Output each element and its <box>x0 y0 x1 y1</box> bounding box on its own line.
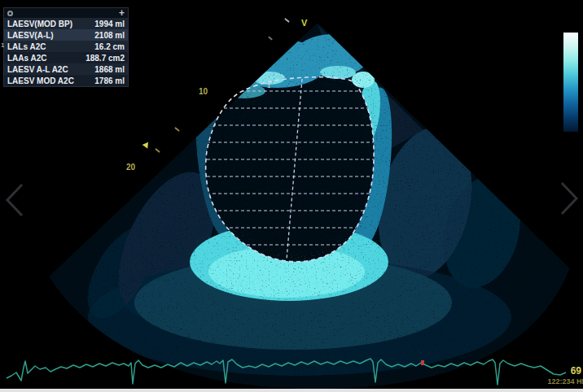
measurement-label: LAAs A2C <box>7 54 47 63</box>
heart-rate-detail: 122:234 HR <box>547 377 583 385</box>
orientation-v-marker: V <box>301 18 307 28</box>
heart-rate-value: 69 <box>571 365 581 377</box>
depth-marker-20: 20 <box>126 163 135 172</box>
measurement-row[interactable]: LAESV A-L A2C 1868 ml <box>4 63 128 75</box>
measurement-label: LAESV(MOD BP) <box>7 20 72 28</box>
measurement-row[interactable]: LAESV(MOD BP) 1994 ml <box>4 18 128 29</box>
collapse-panel-icon[interactable] <box>7 11 13 16</box>
ecg-cine-marker[interactable] <box>421 360 424 365</box>
ultrasound-screen: + LAESV(MOD BP) 1994 ml LAESV(A-L) 2108 … <box>0 0 583 392</box>
measurement-value: 1786 ml <box>94 76 125 85</box>
measurement-row[interactable]: LAESV MOD A2C 1786 ml <box>4 75 128 86</box>
measurement-row[interactable]: LAAs A2C 188.7 cm2 <box>4 52 128 63</box>
next-image-chevron[interactable] <box>559 181 580 216</box>
add-measurement-icon[interactable]: + <box>119 9 125 17</box>
measurement-value: 2108 ml <box>94 31 125 40</box>
measurement-value: 16.2 cm <box>94 42 125 51</box>
ecg-trace <box>7 359 566 385</box>
measurement-panel-header: + <box>4 8 128 18</box>
measurement-label: LALs A2C <box>7 42 46 51</box>
measurement-label: LAESV(A-L) <box>7 31 54 40</box>
measurement-row[interactable]: LAESV(A-L) 2108 ml <box>4 29 128 41</box>
measurement-row-index-marker: 1 <box>1 41 4 49</box>
measurement-value: 1994 ml <box>94 20 125 28</box>
previous-image-chevron[interactable] <box>4 182 25 218</box>
colorbar <box>563 33 578 132</box>
depth-marker-10: 10 <box>199 87 208 96</box>
measurement-row[interactable]: LALs A2C 16.2 cm <box>4 41 128 52</box>
trace-point-label: 1 <box>267 82 270 89</box>
measurement-label: LAESV MOD A2C <box>7 76 74 85</box>
measurement-value: 1868 ml <box>94 65 125 74</box>
measurement-label: LAESV A-L A2C <box>7 65 68 74</box>
measurement-panel: + LAESV(MOD BP) 1994 ml LAESV(A-L) 2108 … <box>3 7 129 87</box>
measurement-value: 188.7 cm2 <box>85 54 125 63</box>
window-bottom-edge <box>0 389 583 392</box>
